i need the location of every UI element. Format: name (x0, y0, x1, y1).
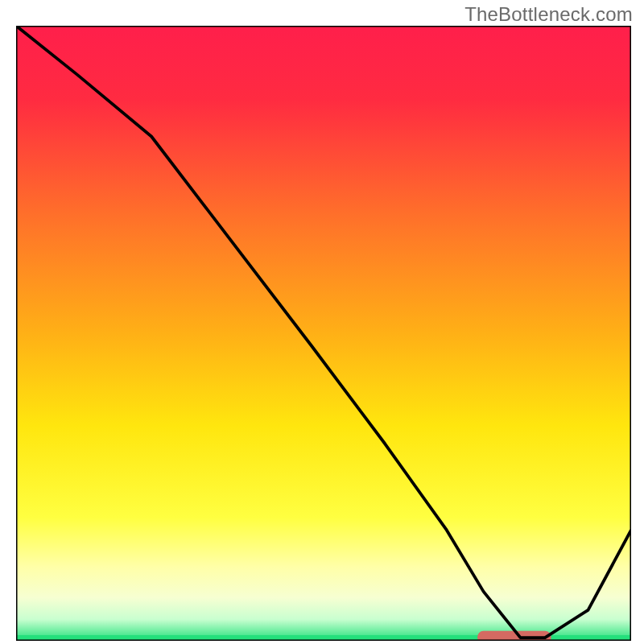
gradient-background (16, 26, 631, 641)
bottleneck-chart (16, 26, 631, 641)
chart-wrapper: TheBottleneck.com (0, 0, 644, 644)
chart-area (16, 26, 631, 641)
watermark-text: TheBottleneck.com (464, 3, 633, 26)
